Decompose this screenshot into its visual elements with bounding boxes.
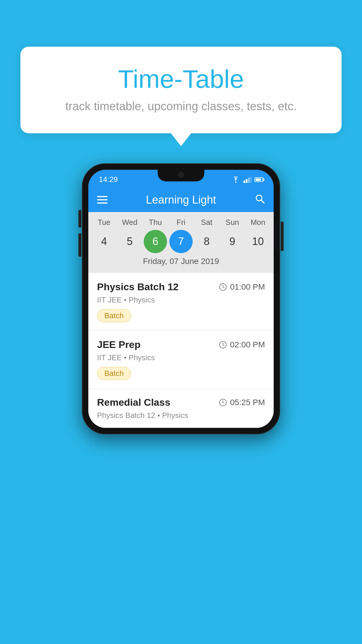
phone-power-button xyxy=(281,222,284,251)
day-num-8[interactable]: 8 xyxy=(195,230,218,253)
batch-badge-2: Batch xyxy=(97,367,131,380)
schedule-header-3: Remedial Class 05:25 PM xyxy=(97,397,265,408)
svg-point-0 xyxy=(235,182,236,183)
day-num-5[interactable]: 5 xyxy=(118,230,141,253)
svg-rect-4 xyxy=(250,176,252,183)
battery-icon xyxy=(254,177,263,182)
svg-rect-1 xyxy=(243,181,245,183)
app-bar: Learning Light xyxy=(88,188,274,212)
day-num-4[interactable]: 4 xyxy=(92,230,116,253)
day-num-10[interactable]: 10 xyxy=(246,230,270,253)
schedule-time-3: 05:25 PM xyxy=(219,398,265,407)
time-value-3: 05:25 PM xyxy=(230,398,265,407)
time-value-2: 02:00 PM xyxy=(230,340,265,349)
schedule-item-1[interactable]: Physics Batch 12 01:00 PM IIT JEE • Phys… xyxy=(88,273,274,331)
schedule-title-3: Remedial Class xyxy=(97,397,170,408)
clock-icon-3 xyxy=(219,398,227,407)
time-value-1: 01:00 PM xyxy=(230,282,265,292)
day-fri: Fri xyxy=(169,218,193,227)
day-wed: Wed xyxy=(118,218,141,227)
batch-badge-1: Batch xyxy=(97,309,131,322)
schedule-list: Physics Batch 12 01:00 PM IIT JEE • Phys… xyxy=(88,273,274,428)
day-num-6[interactable]: 6 xyxy=(144,230,167,253)
svg-line-6 xyxy=(261,200,264,203)
schedule-time-2: 02:00 PM xyxy=(219,340,265,349)
day-mon: Mon xyxy=(246,218,270,227)
calendar-strip: Tue Wed Thu Fri Sat Sun Mon 4 5 6 7 8 9 … xyxy=(88,212,274,273)
day-num-9[interactable]: 9 xyxy=(221,230,244,253)
clock-icon-2 xyxy=(219,341,227,349)
day-tue: Tue xyxy=(92,218,116,227)
day-num-7[interactable]: 7 xyxy=(169,230,193,253)
day-thu: Thu xyxy=(144,218,167,227)
schedule-header-1: Physics Batch 12 01:00 PM xyxy=(97,281,265,293)
svg-rect-2 xyxy=(246,179,247,183)
phone-camera xyxy=(178,172,184,178)
schedule-time-1: 01:00 PM xyxy=(219,282,265,292)
wifi-icon xyxy=(231,176,240,183)
calendar-date-label: Friday, 07 June 2019 xyxy=(88,257,274,270)
phone-volume-up xyxy=(78,210,81,228)
schedule-title-2: JEE Prep xyxy=(97,339,140,350)
day-names: Tue Wed Thu Fri Sat Sun Mon xyxy=(88,218,274,227)
schedule-title-1: Physics Batch 12 xyxy=(97,281,179,293)
schedule-subtitle-2: IIT JEE • Physics xyxy=(97,353,265,362)
phone-outer: 14:29 xyxy=(82,163,280,434)
bubble-subtitle: track timetable, upcoming classes, tests… xyxy=(41,100,321,113)
day-sat: Sat xyxy=(195,218,218,227)
schedule-item-2[interactable]: JEE Prep 02:00 PM IIT JEE • Physics Batc… xyxy=(88,331,274,388)
schedule-subtitle-1: IIT JEE • Physics xyxy=(97,295,265,304)
bubble-title: Time-Table xyxy=(41,64,321,94)
app-title: Learning Light xyxy=(115,194,247,206)
schedule-header-2: JEE Prep 02:00 PM xyxy=(97,339,265,350)
status-icons xyxy=(231,176,263,183)
clock-icon-1 xyxy=(219,283,227,291)
hamburger-menu[interactable] xyxy=(97,196,108,204)
schedule-item-3[interactable]: Remedial Class 05:25 PM Physics Batch 12… xyxy=(88,388,274,428)
day-sun: Sun xyxy=(221,218,244,227)
signal-icon xyxy=(243,176,252,183)
phone-mockup: 14:29 xyxy=(82,163,280,434)
speech-bubble: Time-Table track timetable, upcoming cla… xyxy=(20,47,342,133)
svg-rect-3 xyxy=(248,178,250,183)
phone-screen: 14:29 xyxy=(88,170,274,428)
status-time: 14:29 xyxy=(99,175,118,184)
phone-volume-down xyxy=(78,233,81,257)
search-icon[interactable] xyxy=(254,193,265,206)
schedule-subtitle-3: Physics Batch 12 • Physics xyxy=(97,411,265,420)
day-numbers: 4 5 6 7 8 9 10 xyxy=(88,230,274,253)
